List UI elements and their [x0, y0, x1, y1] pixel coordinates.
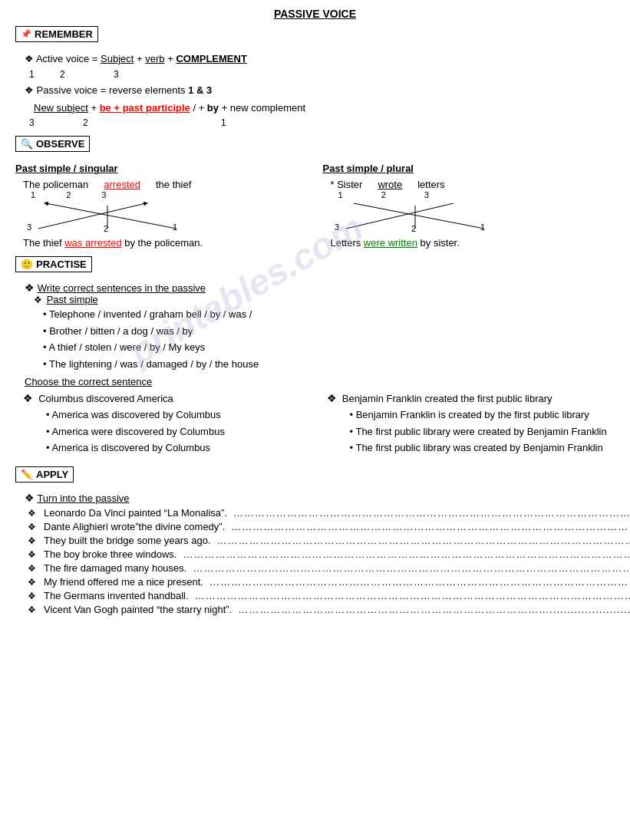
choose-left-opt2: America were discovered by Columbus [46, 424, 312, 440]
svg-line-11 [354, 203, 484, 229]
apply-rows: ❖ Leonardo Da Vinci painted “La Monalisa… [28, 507, 615, 615]
apply-header: ✏️ APPLY [15, 466, 74, 483]
passive-formula-detail: New subject + be + past participle / + b… [34, 100, 615, 117]
apply-dots-1: …………………………………………………………………………………………………………… [233, 507, 630, 519]
practise-icon: 🙂 [21, 259, 33, 270]
choose-columns: ❖ Columbus discovered America America wa… [23, 392, 615, 457]
observe-right: Past simple / plural * Sister wrote lett… [323, 163, 615, 249]
word3-left: the thief [156, 179, 191, 190]
page-title: PASSIVE VOICE [15, 8, 615, 20]
choose-left-intro: ❖ Columbus discovered America [23, 392, 312, 404]
apply-sentence-2: Dante Alighieri wrote”the divine comedy”… [44, 521, 225, 532]
practise-header: 🙂 PRACTISE [15, 256, 92, 272]
apply-row-3: ❖ They built the bridge some years ago. … [28, 535, 615, 546]
remember-section: 📌 REMEMBER ❖ Active voice = Subject + ve… [15, 26, 615, 128]
active-voice-numbers: 1 2 3 [29, 69, 615, 80]
word1-right: * Sister [331, 179, 363, 190]
result-right: Letters were written by sister. [331, 237, 615, 249]
crossing-left: 3 2 1 [23, 199, 308, 234]
apply-icon: ✏️ [21, 469, 33, 480]
apply-sentence-8: Vicent Van Gogh painted “the starry nigh… [44, 604, 232, 615]
observe-columns: Past simple / singular The policeman arr… [15, 163, 615, 249]
observe-left-title: Past simple / singular [15, 163, 308, 174]
past-simple-label: ❖ Past simple [34, 294, 615, 305]
svg-text:3: 3 [335, 222, 339, 232]
word2-right: wrote [378, 179, 402, 190]
bullet-2: Brother / bitten / a dog / was / by [43, 324, 615, 339]
word1-left: The policeman [23, 179, 88, 190]
bullet-4: The lightening / was / damaged / by / th… [43, 357, 615, 372]
observe-right-title: Past simple / plural [323, 163, 615, 174]
svg-line-7 [346, 203, 454, 229]
apply-row-5: ❖ The fire damaged many houses. ……………………… [28, 562, 615, 574]
apply-dots-3: …………………………………………………………………………………………………………… [217, 535, 630, 546]
word3-right: letters [417, 179, 444, 190]
word2-left: arrested [104, 179, 140, 190]
apply-row-2: ❖ Dante Alighieri wrote”the divine comed… [28, 521, 615, 532]
choose-right-opt1: Benjamin Franklin is created by the firs… [350, 407, 615, 423]
practise-instruction: ❖ Write correct sentences in the passive [25, 282, 615, 294]
bullet-1: Telephone / invented / graham bell / by … [43, 307, 615, 322]
active-voice-formula: ❖ Active voice = Subject + verb + COMPLE… [25, 51, 615, 68]
apply-row-1: ❖ Leonardo Da Vinci painted “La Monalisa… [28, 507, 615, 519]
apply-dots-8: ……………………………………………………………………………...........… [238, 604, 630, 615]
choose-right-intro: ❖ Benjamin Franklin created the first pu… [327, 392, 615, 404]
cross-svg-right: 3 2 1 [331, 199, 530, 234]
svg-text:1: 1 [173, 222, 177, 232]
svg-text:3: 3 [27, 222, 31, 232]
top-nums-left: 123 [31, 190, 308, 199]
choose-right-opt3: The first public library was created by … [350, 440, 615, 456]
apply-sentence-4: The boy broke three windows. [44, 548, 176, 560]
svg-text:1: 1 [480, 222, 485, 232]
apply-row-7: ❖ The Germans invented handball. …………………… [28, 590, 615, 601]
apply-sentence-7: The Germans invented handball. [44, 590, 189, 601]
remember-icon: 📌 [21, 29, 31, 39]
apply-dots-7: …………………………………………………………………………………………………………… [195, 590, 630, 601]
choose-left-opt1: America was discovered by Columbus [46, 407, 312, 423]
av-label: ❖ Active voice = Subject + verb + COMPLE… [25, 53, 247, 64]
cross-svg-left: 3 2 1 [23, 199, 223, 234]
diagram-top-left: The policeman arrested the thief [23, 179, 308, 190]
bullet-3: A thief / stolen / were / by / My keys [43, 340, 615, 355]
choose-instruction: Choose the correct sentence [25, 376, 615, 387]
apply-sentence-1: Leonardo Da Vinci painted “La Monalisa”. [44, 507, 227, 519]
apply-dots-4: …………………………………………………………………………………………………………… [183, 548, 630, 560]
apply-sentence-6: My friend offered me a nice present. [44, 576, 203, 588]
observe-section: 🔍 OBSERVE Past simple / singular The pol… [15, 136, 615, 249]
passive-voice-formula: ❖ Passive voice = reverse elements 1 & 3 [25, 83, 615, 99]
choose-right: ❖ Benjamin Franklin created the first pu… [327, 392, 615, 457]
svg-line-1 [38, 203, 146, 229]
observe-left: Past simple / singular The policeman arr… [15, 163, 308, 249]
practise-section: 🙂 PRACTISE ❖ Write correct sentences in … [15, 256, 615, 457]
result-left: The thief was arrested by the policeman. [23, 237, 308, 249]
apply-row-4: ❖ The boy broke three windows. ………………………… [28, 548, 615, 560]
apply-dots-6: …………………………………………………………………………………………………………… [209, 576, 630, 588]
choose-left: ❖ Columbus discovered America America wa… [23, 392, 312, 457]
top-nums-right: 123 [338, 190, 615, 199]
observe-header: 🔍 OBSERVE [15, 136, 90, 152]
apply-sentence-5: The fire damaged many houses. [44, 562, 186, 574]
apply-dots-5: …………………………………………………………………………………………………………… [193, 562, 630, 574]
remember-header: 📌 REMEMBER [15, 26, 98, 42]
choose-right-opt2: The first public library were created by… [350, 424, 615, 440]
new-subject: New subject [34, 102, 88, 114]
be-past: be + past participle [100, 102, 190, 114]
passive-formula-numbers: 3 2 1 [29, 117, 615, 128]
turn-into-label: ❖ Turn into the passive [25, 492, 615, 504]
apply-row-6: ❖ My friend offered me a nice present. …… [28, 576, 615, 588]
choose-left-opt3: America is discovered by Columbus [46, 440, 312, 456]
svg-line-5 [46, 203, 176, 229]
apply-section: ✏️ APPLY ❖ Turn into the passive ❖ Leona… [15, 466, 615, 615]
diagram-top-right: * Sister wrote letters [331, 179, 615, 190]
apply-dots-2: …………………………………………………………………………………………………………… [231, 521, 630, 532]
apply-sentence-3: They built the bridge some years ago. [44, 535, 211, 546]
practise-bullets: Telephone / invented / graham bell / by … [15, 307, 615, 371]
crossing-right: 3 2 1 [331, 199, 615, 234]
observe-icon: 🔍 [21, 138, 33, 150]
apply-row-8: ❖ Vicent Van Gogh painted “the starry ni… [28, 604, 615, 615]
